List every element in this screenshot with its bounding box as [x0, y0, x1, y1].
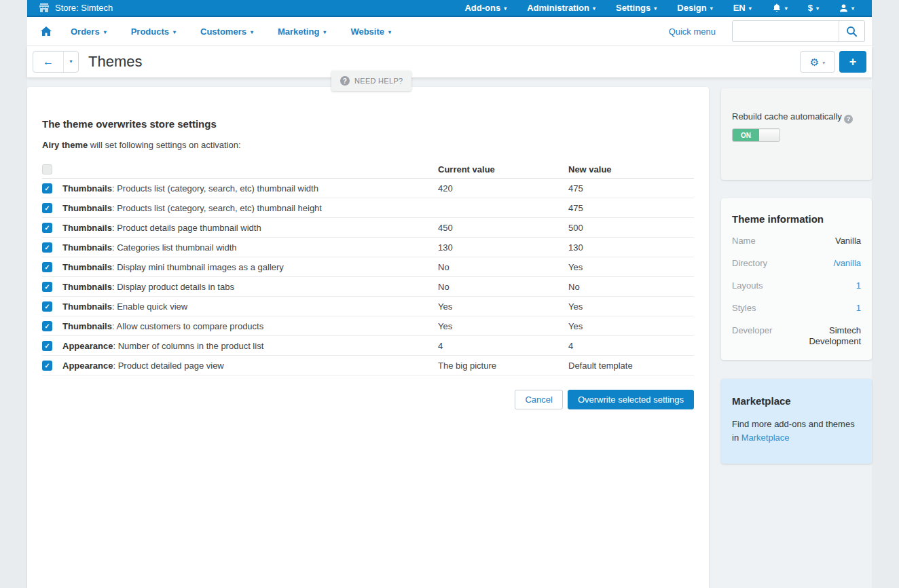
check-icon: ✓ [44, 244, 50, 251]
theme-info-value[interactable]: 1 [792, 303, 861, 314]
chevron-down-icon: ▾ [104, 28, 107, 35]
nav-item-customers[interactable]: Customers ▾ [200, 26, 253, 37]
setting-current-value: 4 [438, 341, 568, 351]
page-title: Themes [88, 53, 142, 71]
setting-current-value: No [438, 262, 568, 272]
topbar-menu-settings[interactable]: Settings ▾ [616, 3, 657, 13]
check-icon: ✓ [44, 303, 50, 310]
setting-name: Thumbnails: Allow customers to compare p… [62, 321, 438, 331]
topbar-menu-notifications[interactable]: ▾ [772, 3, 788, 13]
row-checkbox[interactable]: ✓ [42, 203, 52, 213]
row-checkbox[interactable]: ✓ [42, 321, 52, 331]
search-button[interactable] [839, 21, 864, 41]
topbar-menu-administration[interactable]: Administration ▾ [527, 3, 595, 13]
bell-icon [772, 3, 782, 13]
row-checkbox[interactable]: ✓ [42, 262, 52, 272]
row-checkbox[interactable]: ✓ [42, 223, 52, 233]
table-header-row: Current value New value [42, 160, 694, 179]
marketplace-card: Marketplace Find more add-ons and themes… [721, 379, 872, 464]
setting-current-value: 450 [438, 223, 568, 233]
row-checkbox[interactable]: ✓ [42, 282, 52, 292]
nav-item-website[interactable]: Website ▾ [350, 26, 391, 37]
row-checkbox[interactable]: ✓ [42, 242, 52, 253]
chevron-down-icon: ▾ [251, 28, 253, 35]
quick-menu-link[interactable]: Quick menu [669, 26, 716, 37]
topbar-menu-account[interactable]: ▾ [839, 3, 854, 13]
setting-new-value: 475 [568, 183, 694, 194]
theme-info-value[interactable]: 1 [792, 280, 861, 291]
topbar-menu-design[interactable]: Design ▾ [677, 3, 712, 13]
table-row: ✓ Thumbnails: Display product details in… [42, 277, 694, 297]
table-row: ✓ Thumbnails: Products list (category, s… [42, 198, 694, 218]
currency-label: $ [808, 3, 813, 13]
select-all-checkbox[interactable] [42, 164, 52, 174]
overwrite-settings-button[interactable]: Overwrite selected settings [568, 390, 694, 409]
user-icon [839, 3, 848, 13]
topbar-menus: Add-ons ▾ Administration ▾ Settings ▾ De… [464, 3, 854, 13]
toggle-on-label: ON [733, 129, 759, 141]
topbar-menu-en[interactable]: EN ▾ [733, 3, 752, 13]
help-icon[interactable]: ? [844, 115, 853, 124]
form-actions: Cancel Overwrite selected settings [42, 390, 694, 409]
setting-new-value: 130 [568, 242, 694, 253]
home-icon [41, 26, 52, 37]
row-checkbox[interactable]: ✓ [42, 361, 52, 371]
settings-table: Current value New value ✓ Thumbnails: Pr… [42, 160, 694, 375]
topbar-menu-add-ons[interactable]: Add-ons ▾ [464, 3, 507, 13]
settings-dropdown-button[interactable]: ⚙ ▾ [800, 51, 835, 73]
setting-name: Thumbnails: Display mini thumbnail image… [62, 262, 438, 272]
row-checkbox[interactable]: ✓ [42, 183, 52, 194]
store-link[interactable]: Store: Simtech [39, 3, 113, 13]
need-help-badge[interactable]: ? NEED HELP? [331, 71, 411, 91]
chevron-down-icon: ▾ [710, 5, 713, 12]
home-button[interactable] [41, 26, 52, 37]
navbar: Orders ▾ Products ▾ Customers ▾ Marketin… [27, 17, 872, 46]
cancel-button[interactable]: Cancel [515, 390, 562, 409]
setting-current-value: 420 [438, 183, 568, 194]
topbar-menu-currency[interactable]: $ ▾ [808, 3, 819, 13]
check-icon: ✓ [44, 185, 50, 192]
setting-new-value: 500 [568, 223, 694, 233]
table-row: ✓ Appearance: Product detailed page view… [42, 356, 694, 375]
table-row: ✓ Thumbnails: Allow customers to compare… [42, 316, 694, 336]
theme-info-value[interactable]: /vanilla [792, 258, 861, 269]
table-row: ✓ Appearance: Number of columns in the p… [42, 336, 694, 356]
row-checkbox[interactable]: ✓ [42, 301, 52, 312]
nav-item-orders[interactable]: Orders ▾ [71, 26, 107, 37]
check-icon: ✓ [44, 342, 50, 350]
table-row: ✓ Thumbnails: Products list (category, s… [42, 179, 694, 198]
theme-settings-card: The theme overwrites store settings Airy… [27, 87, 709, 588]
row-checkbox[interactable]: ✓ [42, 341, 52, 351]
nav-item-marketing[interactable]: Marketing ▾ [278, 26, 326, 37]
theme-info-row: Layouts 1 [732, 280, 861, 291]
theme-information-title: Theme information [732, 213, 861, 225]
chevron-down-icon: ▾ [851, 5, 854, 12]
theme-info-label: Developer [732, 325, 792, 347]
sidebar: Rebuild cache automatically? ON Theme in… [721, 87, 872, 588]
chevron-down-icon: ▾ [785, 5, 788, 12]
rebuild-cache-toggle[interactable]: ON [732, 128, 780, 142]
theme-info-value: Simtech Development [792, 325, 861, 347]
need-help-label: NEED HELP? [354, 77, 403, 85]
check-icon: ✓ [44, 323, 50, 330]
card-heading: The theme overwrites store settings [42, 118, 694, 130]
check-icon: ✓ [44, 283, 50, 291]
chevron-down-icon: ▾ [504, 5, 507, 12]
theme-information-card: Theme information Name Vanilla Directory… [721, 198, 872, 360]
check-icon: ✓ [44, 204, 50, 212]
setting-name: Appearance: Product detailed page view [62, 361, 438, 371]
nav-item-products[interactable]: Products ▾ [131, 26, 176, 37]
back-dropdown-button[interactable]: ▾ [64, 52, 78, 72]
add-theme-button[interactable]: + [839, 51, 866, 73]
setting-new-value: Yes [568, 321, 694, 331]
plus-icon: + [849, 55, 857, 69]
question-icon: ? [340, 76, 350, 86]
back-button[interactable]: ← [33, 52, 64, 72]
marketplace-link[interactable]: Marketplace [741, 433, 790, 443]
rebuild-cache-label: Rebuild cache automatically? [732, 110, 861, 124]
theme-info-label: Layouts [732, 280, 792, 291]
setting-current-value: No [438, 282, 568, 292]
chevron-down-icon: ▾ [593, 5, 595, 12]
search-input[interactable] [733, 21, 839, 41]
setting-new-value: Default template [568, 361, 694, 371]
